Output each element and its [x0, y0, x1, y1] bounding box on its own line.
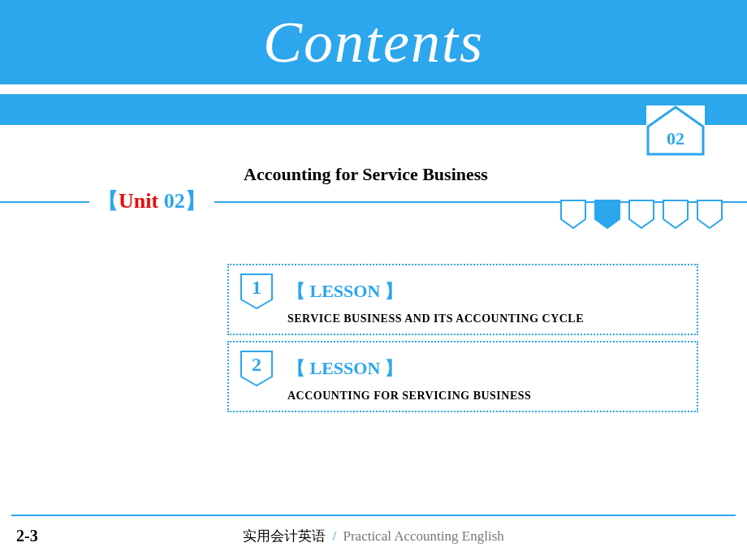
lesson-title: ACCOUNTING FOR SERVICING BUSINESS	[287, 390, 685, 403]
book-title-en: Practical Accounting English	[343, 528, 503, 544]
bracket-close-icon: 】	[185, 189, 206, 213]
svg-marker-5	[697, 200, 722, 228]
lesson-number-pentagon: 2	[240, 351, 273, 386]
svg-marker-1	[561, 200, 585, 228]
tab-shield-icon	[697, 200, 723, 229]
svg-marker-4	[663, 200, 688, 228]
lesson-number: 1	[240, 277, 273, 299]
title-band: Contents	[0, 0, 747, 84]
footer-divider	[11, 515, 736, 516]
footer-book-title: 实用会计英语 / Practical Accounting English	[0, 527, 747, 545]
title-text: Contents	[263, 10, 484, 75]
lesson-header: 2 【 LESSON 】	[240, 351, 685, 386]
lesson-title: SERVICE BUSINESS AND ITS ACCOUNTING CYCL…	[287, 312, 685, 325]
lesson-number-pentagon: 1	[240, 274, 273, 309]
unit-number: 02	[164, 189, 185, 213]
lesson-box: 2 【 LESSON 】 ACCOUNTING FOR SERVICING BU…	[227, 341, 698, 412]
tab-icon-row	[560, 200, 723, 229]
svg-marker-3	[629, 200, 654, 228]
page-marker-number: 02	[646, 128, 705, 149]
svg-marker-2	[595, 200, 620, 228]
section-title: Accounting for Service Business	[244, 164, 493, 188]
lesson-label: 【 LESSON 】	[287, 356, 403, 381]
lesson-box: 1 【 LESSON 】 SERVICE BUSINESS AND ITS AC…	[227, 264, 698, 335]
page-marker-pentagon: 02	[646, 106, 705, 156]
tab-shield-icon	[560, 200, 586, 229]
tab-shield-icon	[594, 200, 620, 229]
book-title-zh: 实用会计英语	[243, 528, 326, 544]
footer-separator: /	[329, 528, 339, 544]
tab-shield-icon	[628, 200, 654, 229]
bracket-open-icon: 【	[97, 189, 119, 213]
lesson-label: 【 LESSON 】	[287, 279, 403, 304]
unit-word: Unit	[119, 189, 158, 213]
lesson-header: 1 【 LESSON 】	[240, 274, 685, 309]
tab-shield-icon	[663, 200, 689, 229]
lesson-number: 2	[240, 354, 273, 376]
accent-strip	[0, 94, 747, 125]
unit-badge: 【Unit 02】	[89, 187, 214, 215]
